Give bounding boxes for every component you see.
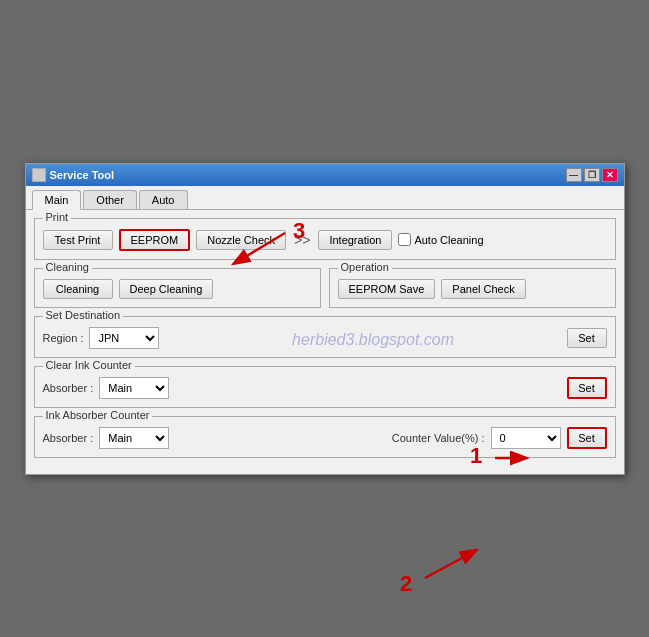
set-destination-label: Set Destination [43, 309, 124, 321]
operation-group: Operation EEPROM Save Panel Check [329, 268, 616, 308]
auto-cleaning-checkbox[interactable] [398, 233, 411, 246]
ink-absorber-label: Absorber : [43, 432, 94, 444]
svg-line-4 [425, 551, 475, 578]
nozzle-check-button[interactable]: Nozzle Check [196, 230, 286, 250]
ink-absorber-counter-row: Absorber : Main Sub Counter Value(%) : 0… [43, 427, 607, 449]
clear-ink-counter-row: Absorber : Main Sub Set [43, 377, 607, 399]
set-destination-group: Set Destination Region : JPN USA EUR Set [34, 316, 616, 358]
titlebar: Service Tool — ❐ ✕ [26, 164, 624, 186]
close-button[interactable]: ✕ [602, 168, 618, 182]
clear-ink-absorber-label: Absorber : [43, 382, 94, 394]
clear-ink-set-button[interactable]: Set [567, 377, 607, 399]
test-print-button[interactable]: Test Print [43, 230, 113, 250]
panel-check-button[interactable]: Panel Check [441, 279, 525, 299]
ink-absorber-counter-group: Ink Absorber Counter Absorber : Main Sub… [34, 416, 616, 458]
window-title: Service Tool [50, 169, 115, 181]
print-row: Test Print EEPROM Nozzle Check >> Integr… [43, 229, 607, 251]
tab-bar: Main Other Auto [26, 186, 624, 210]
tab-auto[interactable]: Auto [139, 190, 188, 209]
titlebar-controls: — ❐ ✕ [566, 168, 618, 182]
tab-other[interactable]: Other [83, 190, 137, 209]
separator: >> [294, 232, 310, 248]
region-label: Region : [43, 332, 84, 344]
ink-absorber-counter-label: Ink Absorber Counter [43, 409, 153, 421]
integration-button[interactable]: Integration [318, 230, 392, 250]
clear-ink-absorber-select[interactable]: Main Sub [99, 377, 169, 399]
cleaning-group-label: Cleaning [43, 261, 92, 273]
svg-text:2: 2 [400, 571, 412, 596]
cleaning-group: Cleaning Cleaning Deep Cleaning [34, 268, 321, 308]
app-window: Service Tool — ❐ ✕ Main Other Auto herbi… [25, 163, 625, 475]
counter-value-select[interactable]: 0 10 20 [491, 427, 561, 449]
auto-cleaning-text: Auto Cleaning [414, 234, 483, 246]
deep-cleaning-button[interactable]: Deep Cleaning [119, 279, 214, 299]
set-destination-row: Region : JPN USA EUR Set [43, 327, 607, 349]
ink-absorber-set-button[interactable]: Set [567, 427, 607, 449]
counter-value-label: Counter Value(%) : [392, 432, 485, 444]
operation-buttons: EEPROM Save Panel Check [338, 279, 607, 299]
restore-button[interactable]: ❐ [584, 168, 600, 182]
cleaning-buttons: Cleaning Deep Cleaning [43, 279, 312, 299]
ink-absorber-select[interactable]: Main Sub [99, 427, 169, 449]
titlebar-left: Service Tool [32, 168, 115, 182]
cleaning-button[interactable]: Cleaning [43, 279, 113, 299]
main-content: herbied3.blogspot.com Print Test Print E… [26, 210, 624, 474]
clear-ink-counter-group: Clear Ink Counter Absorber : Main Sub Se… [34, 366, 616, 408]
minimize-button[interactable]: — [566, 168, 582, 182]
tab-main[interactable]: Main [32, 190, 82, 210]
print-group: Print Test Print EEPROM Nozzle Check >> … [34, 218, 616, 260]
region-select[interactable]: JPN USA EUR [89, 327, 159, 349]
app-icon [32, 168, 46, 182]
operation-group-label: Operation [338, 261, 392, 273]
auto-cleaning-label[interactable]: Auto Cleaning [398, 233, 483, 246]
set-destination-button[interactable]: Set [567, 328, 607, 348]
clear-ink-counter-label: Clear Ink Counter [43, 359, 135, 371]
arrow2-svg: 2 [345, 523, 505, 593]
print-group-label: Print [43, 211, 72, 223]
eeprom-button[interactable]: EEPROM [119, 229, 191, 251]
eeprom-save-button[interactable]: EEPROM Save [338, 279, 436, 299]
window-frame: Service Tool — ❐ ✕ Main Other Auto herbi… [25, 163, 625, 475]
